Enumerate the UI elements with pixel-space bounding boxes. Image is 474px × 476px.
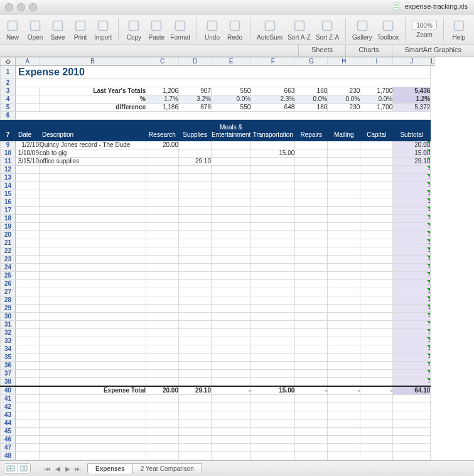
value-cell[interactable]: 1,186: [146, 104, 179, 112]
amount-cell[interactable]: [251, 370, 295, 378]
amount-cell[interactable]: [360, 166, 393, 174]
subtotal-cell[interactable]: -: [393, 198, 431, 207]
amount-cell[interactable]: [146, 158, 179, 166]
empty-cell[interactable]: [251, 411, 295, 419]
amount-cell[interactable]: [295, 190, 328, 198]
empty-cell[interactable]: [393, 452, 431, 460]
subtotal-cell[interactable]: -: [393, 174, 431, 182]
amount-cell[interactable]: [360, 280, 393, 288]
amount-cell[interactable]: [179, 174, 212, 182]
row-header-33[interactable]: 33: [1, 337, 16, 345]
row-header-15[interactable]: 15: [1, 190, 16, 198]
amount-cell[interactable]: [179, 198, 212, 207]
row-header-18[interactable]: 18: [1, 215, 16, 223]
amount-cell[interactable]: [295, 141, 328, 149]
date-cell[interactable]: [16, 256, 40, 264]
amount-cell[interactable]: [212, 272, 251, 280]
amount-cell[interactable]: [212, 198, 251, 207]
amount-cell[interactable]: [179, 345, 212, 354]
empty-cell[interactable]: [251, 403, 295, 411]
column-total-cell[interactable]: -: [295, 386, 328, 395]
amount-cell[interactable]: [251, 305, 295, 313]
amount-cell[interactable]: [179, 321, 212, 329]
subtotal-cell[interactable]: -: [393, 264, 431, 272]
empty-cell[interactable]: [393, 395, 431, 403]
description-cell[interactable]: Quincy Jones record - The Dude: [40, 141, 146, 149]
row-header-12[interactable]: 12: [1, 166, 16, 174]
description-cell[interactable]: [40, 288, 146, 296]
value-cell[interactable]: 0.0%: [295, 95, 328, 104]
subtotal-cell[interactable]: -: [393, 305, 431, 313]
date-cell[interactable]: [16, 247, 40, 256]
amount-cell[interactable]: [295, 256, 328, 264]
amount-cell[interactable]: [146, 362, 179, 370]
row-header-37[interactable]: 37: [1, 370, 16, 378]
empty-cell[interactable]: [16, 403, 40, 411]
amount-cell[interactable]: [146, 272, 179, 280]
amount-cell[interactable]: [295, 174, 328, 182]
empty-cell[interactable]: [360, 395, 393, 403]
row-header-28[interactable]: 28: [1, 296, 16, 305]
amount-cell[interactable]: [360, 223, 393, 231]
amount-cell[interactable]: [295, 231, 328, 239]
amount-cell[interactable]: [179, 239, 212, 247]
column-header-B[interactable]: B: [40, 58, 146, 66]
description-cell[interactable]: [40, 190, 146, 198]
empty-cell[interactable]: [360, 403, 393, 411]
description-cell[interactable]: [40, 207, 146, 215]
amount-cell[interactable]: [179, 149, 212, 158]
amount-cell[interactable]: [251, 321, 295, 329]
date-cell[interactable]: [16, 305, 40, 313]
amount-cell[interactable]: [295, 280, 328, 288]
amount-cell[interactable]: [251, 329, 295, 337]
subtotal-cell[interactable]: -: [393, 296, 431, 305]
amount-cell[interactable]: [360, 198, 393, 207]
last-sheet-button[interactable]: ⏭: [73, 464, 82, 473]
amount-cell[interactable]: [295, 321, 328, 329]
amount-cell[interactable]: [179, 215, 212, 223]
date-cell[interactable]: [16, 329, 40, 337]
empty-cell[interactable]: [360, 452, 393, 460]
value-cell[interactable]: 648: [251, 104, 295, 112]
description-cell[interactable]: office supplies: [40, 158, 146, 166]
amount-cell[interactable]: [179, 141, 212, 149]
row-header-5[interactable]: 5: [1, 104, 16, 112]
toolbar-save-button[interactable]: Save: [46, 19, 69, 41]
row-header-43[interactable]: 43: [1, 411, 16, 419]
amount-cell[interactable]: [251, 215, 295, 223]
date-cell[interactable]: [16, 174, 40, 182]
amount-cell[interactable]: [295, 378, 328, 387]
amount-cell[interactable]: [179, 190, 212, 198]
row-header-17[interactable]: 17: [1, 207, 16, 215]
empty-cell[interactable]: [40, 403, 146, 411]
value-cell[interactable]: 1,700: [360, 87, 393, 95]
toolbar-format-button[interactable]: Format: [168, 19, 193, 41]
row-header-45[interactable]: 45: [1, 428, 16, 436]
date-cell[interactable]: 1/10/09: [16, 149, 40, 158]
description-cell[interactable]: [40, 256, 146, 264]
amount-cell[interactable]: [360, 264, 393, 272]
amount-cell[interactable]: [146, 313, 179, 321]
amount-cell[interactable]: [328, 313, 360, 321]
amount-cell[interactable]: [212, 362, 251, 370]
value-cell[interactable]: 1,206: [146, 87, 179, 95]
row-header-35[interactable]: 35: [1, 354, 16, 362]
subtotal-cell[interactable]: 20.00: [393, 141, 431, 149]
amount-cell[interactable]: [251, 158, 295, 166]
amount-cell[interactable]: [360, 215, 393, 223]
empty-cell[interactable]: [40, 428, 146, 436]
amount-cell[interactable]: [212, 296, 251, 305]
empty-cell[interactable]: [360, 419, 393, 428]
amount-cell[interactable]: [360, 256, 393, 264]
amount-cell[interactable]: [212, 247, 251, 256]
empty-cell[interactable]: [146, 428, 179, 436]
row-header-46[interactable]: 46: [1, 436, 16, 444]
empty-cell[interactable]: [328, 436, 360, 444]
value-cell[interactable]: 230: [328, 104, 360, 112]
description-cell[interactable]: [40, 272, 146, 280]
subtotal-cell[interactable]: -: [393, 321, 431, 329]
amount-cell[interactable]: [179, 378, 212, 387]
amount-cell[interactable]: [328, 256, 360, 264]
subtotal-cell[interactable]: -: [393, 272, 431, 280]
date-cell[interactable]: [16, 215, 40, 223]
